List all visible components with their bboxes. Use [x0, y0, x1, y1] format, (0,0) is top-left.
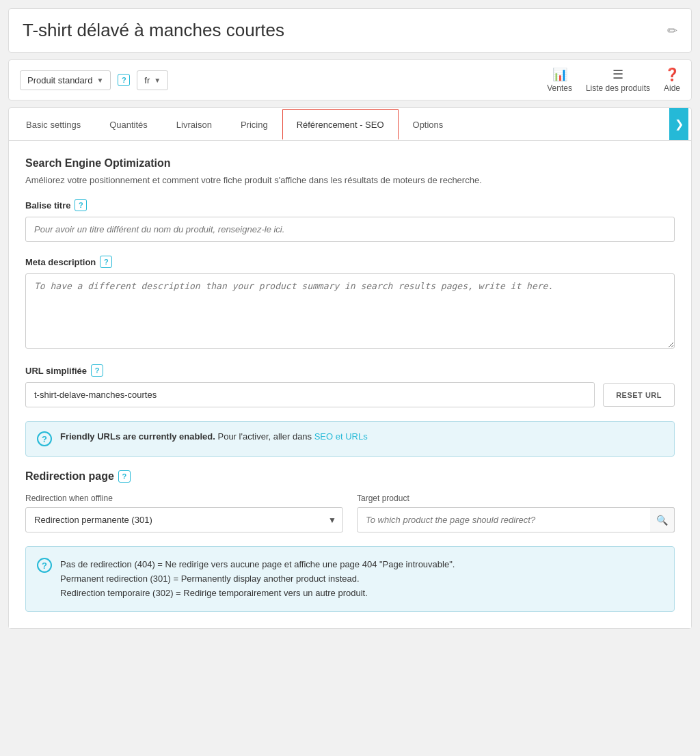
- search-icon[interactable]: 🔍: [650, 507, 675, 532]
- redirection-section: Redirection page ? Redirection when offl…: [25, 470, 675, 612]
- redirection-help-icon[interactable]: ?: [118, 470, 131, 483]
- tab-quantites[interactable]: Quantités: [95, 109, 162, 139]
- url-simplifiee-group: URL simplifiée ? RESET URL: [25, 364, 675, 407]
- tab-livraison[interactable]: Livraison: [162, 109, 226, 139]
- list-icon: ☰: [612, 67, 623, 82]
- tabs-bar: Basic settings Quantités Livraison Prici…: [9, 108, 691, 141]
- url-simplifiee-label: URL simplifiée ?: [25, 364, 675, 377]
- meta-description-input[interactable]: [25, 273, 675, 349]
- url-input[interactable]: [25, 382, 595, 407]
- help-icon: ❓: [664, 67, 679, 82]
- redirection-when-offline-label: Redirection when offline: [25, 494, 343, 503]
- tab-basic-settings[interactable]: Basic settings: [12, 109, 95, 139]
- edit-icon[interactable]: ✏: [667, 23, 677, 38]
- note-icon: ?: [37, 558, 52, 573]
- target-product-label: Target product: [357, 494, 675, 503]
- target-product-col: Target product 🔍: [357, 494, 675, 532]
- seo-content: Search Engine Optimization Améliorez vot…: [9, 141, 691, 628]
- tab-options[interactable]: Options: [399, 109, 458, 139]
- url-row: RESET URL: [25, 382, 675, 407]
- chevron-down-icon: ▼: [154, 77, 161, 84]
- language-dropdown[interactable]: fr ▼: [137, 70, 168, 90]
- redirection-select-wrapper: Pas de redirection (404) Redirection per…: [25, 507, 343, 532]
- balise-titre-input[interactable]: [25, 217, 675, 242]
- seo-urls-link[interactable]: SEO et URLs: [314, 431, 368, 442]
- chevron-down-icon: ▼: [96, 77, 103, 84]
- product-type-dropdown[interactable]: Produit standard ▼: [20, 70, 111, 90]
- balise-titre-label: Balise titre ?: [25, 199, 675, 211]
- balise-titre-help-icon[interactable]: ?: [75, 199, 87, 211]
- redirection-when-offline-col: Redirection when offline Pas de redirect…: [25, 494, 343, 532]
- info-icon: ?: [37, 431, 52, 446]
- aide-action[interactable]: ❓ Aide: [664, 67, 680, 93]
- tabs-next-arrow[interactable]: ❯: [669, 108, 688, 140]
- redirection-fields: Redirection when offline Pas de redirect…: [25, 494, 675, 532]
- seo-section-title: Search Engine Optimization: [25, 157, 675, 170]
- toolbar: Produit standard ▼ ? fr ▼ 📊 Ventes ☰ Lis…: [8, 59, 692, 100]
- redirection-title: Redirection page ?: [25, 470, 675, 483]
- friendly-urls-info-box: ? Friendly URLs are currently enabled. P…: [25, 421, 675, 457]
- friendly-urls-text: Friendly URLs are currently enabled. Pou…: [60, 431, 368, 442]
- target-product-input[interactable]: [357, 507, 675, 532]
- meta-description-label: Meta description ?: [25, 256, 675, 268]
- redirection-select[interactable]: Pas de redirection (404) Redirection per…: [25, 507, 343, 532]
- toolbar-right: 📊 Ventes ☰ Liste des produits ❓ Aide: [547, 67, 680, 93]
- tab-pricing[interactable]: Pricing: [226, 109, 282, 139]
- page-header: T-shirt délavé à manches courtes ✏: [8, 8, 692, 53]
- tab-seo[interactable]: Référencement - SEO: [282, 109, 399, 139]
- product-type-help-icon[interactable]: ?: [118, 74, 130, 86]
- reset-url-button[interactable]: RESET URL: [603, 383, 675, 407]
- target-product-search-wrapper: 🔍: [357, 507, 675, 532]
- redirection-note-box: ? Pas de redirection (404) = Ne redirige…: [25, 546, 675, 612]
- seo-section-desc: Améliorez votre positionnement et commen…: [25, 175, 675, 185]
- toolbar-left: Produit standard ▼ ? fr ▼: [20, 70, 168, 90]
- note-text: Pas de redirection (404) = Ne redirige v…: [60, 558, 455, 600]
- page-title: T-shirt délavé à manches courtes: [23, 20, 284, 41]
- balise-titre-group: Balise titre ?: [25, 199, 675, 242]
- meta-description-help-icon[interactable]: ?: [100, 256, 112, 268]
- liste-produits-action[interactable]: ☰ Liste des produits: [586, 67, 650, 93]
- meta-description-group: Meta description ?: [25, 256, 675, 351]
- ventes-action[interactable]: 📊 Ventes: [547, 67, 572, 93]
- tabs-container: Basic settings Quantités Livraison Prici…: [8, 107, 692, 629]
- url-help-icon[interactable]: ?: [91, 364, 103, 377]
- bar-chart-icon: 📊: [552, 67, 567, 82]
